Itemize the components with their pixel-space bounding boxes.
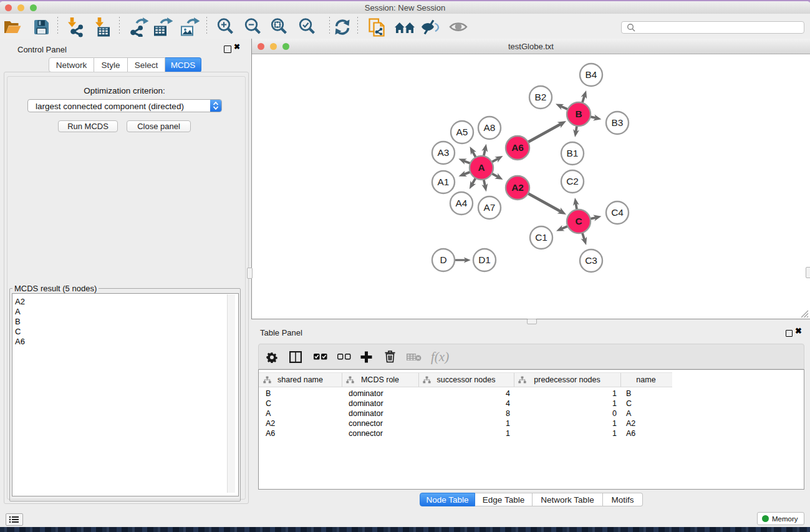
svg-text:C: C <box>575 216 582 226</box>
svg-text:A4: A4 <box>456 198 468 208</box>
svg-text:B1: B1 <box>567 148 579 158</box>
svg-text:A1: A1 <box>438 177 450 187</box>
svg-text:B4: B4 <box>586 69 597 80</box>
svg-text:D: D <box>440 254 446 265</box>
svg-text:A: A <box>478 162 485 173</box>
svg-text:A8: A8 <box>484 122 496 133</box>
svg-text:A3: A3 <box>438 147 450 158</box>
svg-text:B2: B2 <box>535 92 547 102</box>
svg-text:D1: D1 <box>478 254 491 265</box>
svg-text:C4: C4 <box>611 207 624 218</box>
svg-text:C3: C3 <box>585 255 597 266</box>
svg-text:C1: C1 <box>535 232 547 243</box>
svg-text:A7: A7 <box>484 202 496 213</box>
svg-text:A2: A2 <box>511 182 524 193</box>
svg-text:A5: A5 <box>456 127 468 137</box>
svg-text:B: B <box>575 109 582 119</box>
svg-text:C2: C2 <box>566 176 579 186</box>
svg-text:B3: B3 <box>612 117 624 128</box>
svg-text:A6: A6 <box>511 142 524 153</box>
